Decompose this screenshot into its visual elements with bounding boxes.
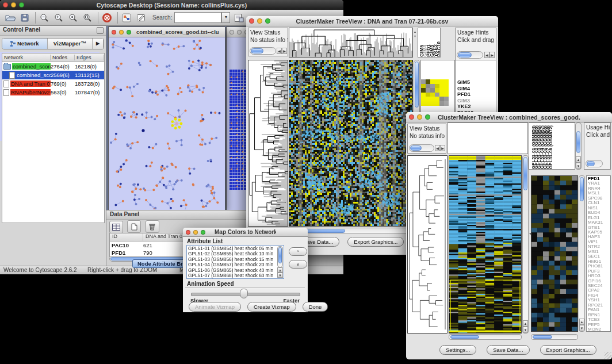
splitter-up-icon[interactable]: ▴ [414,29,416,33]
scrollbar-thumb[interactable] [587,161,595,166]
zoom-window-icon[interactable] [19,2,24,7]
scrollbar-thumb[interactable] [251,48,263,53]
scroll-up-icon[interactable]: ▲ [576,156,581,163]
attribute-listbox[interactable]: GPL51-01 (GSM854) heat shock 05 minGPL51… [186,245,284,279]
save-data-button[interactable]: Save Data... [487,345,529,355]
tab-network[interactable]: Network [2,39,48,49]
minimize-icon[interactable] [257,18,262,24]
search-input[interactable] [174,12,221,23]
close-icon[interactable] [3,2,8,7]
zoom-selected-icon[interactable] [68,13,78,23]
attribute-item[interactable]: GPL51-07 (GSM868) heat shock 60 min [188,273,277,278]
scrollbar-thumb[interactable] [450,335,479,339]
zoom-window-icon[interactable] [265,18,270,24]
zoom-fit-icon[interactable] [82,13,93,23]
column-header[interactable]: Nodes [51,55,75,60]
close-icon[interactable] [186,230,190,235]
minimize-icon[interactable] [417,114,422,120]
annotation-icon[interactable] [136,13,146,23]
move-down-button[interactable]: v [289,260,307,269]
scroll-up-icon[interactable]: ▲ [523,320,528,327]
scroll-left-icon[interactable]: ◀ [435,145,440,151]
row-dendrogram-panel[interactable] [407,155,447,334]
hscrollbar[interactable] [586,160,603,167]
scrollbar-thumb[interactable] [533,335,552,339]
scroll-right-icon[interactable]: ▶ [282,48,287,54]
donebutton[interactable]: Done [303,302,328,312]
zoom-heatmap-canvas[interactable] [531,176,577,331]
list-vscrollbar[interactable] [277,246,283,267]
close-icon[interactable] [230,30,234,35]
scrollbar-thumb[interactable] [576,131,580,153]
zoom-window-icon[interactable] [201,230,205,235]
column-header[interactable]: ID [110,233,143,241]
scrollbar-thumb[interactable] [415,62,419,108]
scroll-right-icon[interactable]: ▶ [489,52,495,58]
scroll-up-icon[interactable]: ▲ [277,267,283,273]
settings-button[interactable]: Settings... [439,345,476,355]
scrollbar-thumb[interactable] [580,177,584,201]
network-window-titlebar[interactable]: combined_scores_good.txt--cluste... [109,27,225,37]
open-file-icon[interactable] [5,13,16,23]
zoom-in-icon[interactable] [53,13,64,23]
row-dendrogram-panel[interactable] [248,60,288,227]
network-row[interactable]: RNAPuberNov2+563(0)107847(0) [2,88,104,97]
scrollbar-thumb[interactable] [278,247,282,263]
hscrollbar[interactable] [457,51,483,59]
treeview1-titlebar[interactable]: ClusterMaker TreeView : DNA and Tran 07-… [246,16,498,26]
mini-heatmap[interactable] [421,79,449,106]
column-dendrogram[interactable] [289,28,412,57]
close-icon[interactable] [409,114,414,120]
scroll-left-icon[interactable]: ◀ [484,52,489,58]
resize-grip[interactable] [605,352,611,359]
column-header[interactable]: Edges [75,55,104,60]
scroll-right-icon[interactable]: ▶ [440,145,445,151]
column-dendrogram-panel[interactable] [289,28,413,58]
map-dialog-titlebar[interactable]: Map Colors to Network [183,228,308,237]
heatmap-hscrollbar[interactable] [449,334,522,340]
global-tree-panel[interactable] [447,122,528,154]
scrollbar-thumb[interactable] [410,145,422,151]
heatmap-panel[interactable] [289,60,413,227]
heatmap-panel[interactable] [449,155,522,334]
delete-attribute-button[interactable] [146,220,159,233]
export-graphics-button[interactable]: Export Graphics... [347,237,404,247]
heatmap-canvas[interactable] [289,60,412,226]
hscrollbar[interactable] [250,47,276,55]
create-attribute-button[interactable] [127,220,141,233]
help-icon[interactable] [102,13,112,23]
zoom-heatmap-panel[interactable] [531,175,578,332]
create-vizmapbutton[interactable]: Create Vizmap [247,302,296,312]
scroll-up-icon[interactable]: ▲ [579,319,584,325]
zoom-hscrollbar[interactable] [531,334,578,340]
scrollbar-thumb[interactable] [523,157,527,190]
minimize-icon[interactable] [193,230,198,235]
speed-slider-thumb[interactable] [240,289,248,298]
move-up-button[interactable]: ^ [289,247,307,256]
network-canvas[interactable] [109,37,224,209]
scroll-left-icon[interactable]: ◀ [277,48,282,54]
create-network-icon[interactable] [121,13,132,23]
zoom-vscrollbar[interactable]: ▲ ▼ [579,175,585,332]
scroll-down-icon[interactable]: ▼ [277,273,283,278]
scrollbar-thumb[interactable] [458,52,472,58]
column-header[interactable]: Network [2,55,51,60]
scroll-down-icon[interactable]: ▼ [523,327,528,333]
float-panel-icon[interactable] [97,27,104,34]
search-dropdown-icon[interactable]: ▼ [221,12,230,23]
network-row[interactable]: DNA and Tran 07769(0)183728(0) [2,79,104,88]
treeview2-titlebar[interactable]: ClusterMaker TreeView : combined_scores_… [406,112,612,122]
select-attributes-button[interactable] [109,221,123,233]
heatmap-vscrollbar[interactable]: ▲ ▼ [522,155,529,334]
main-titlebar[interactable]: Cytoscape Desktop (Session Name: collins… [0,0,343,10]
row-dendrogram[interactable] [248,60,288,226]
column-labels-vscrollbar[interactable]: ▲ ▼ [575,122,582,170]
close-icon[interactable] [112,30,116,35]
heatmap-canvas[interactable] [449,156,521,333]
minimize-icon[interactable] [11,2,16,7]
scroll-down-icon[interactable]: ▼ [579,325,584,331]
zoom-window-icon[interactable] [127,30,131,35]
scroll-down-icon[interactable]: ▼ [576,163,581,169]
zoom-window-icon[interactable] [425,114,430,120]
hscrollbar[interactable] [409,144,434,152]
